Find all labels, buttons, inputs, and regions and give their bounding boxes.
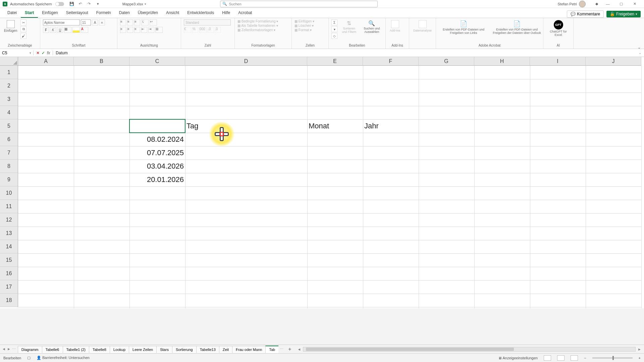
copy-icon[interactable]: ⧉	[20, 26, 26, 32]
find-select-button[interactable]: 🔍 Suchen und Auswählen	[361, 19, 383, 35]
row-header-13[interactable]: 13	[0, 227, 18, 240]
comma-icon[interactable]: 000	[199, 27, 207, 33]
ribbon-tab-entwicklertools[interactable]: Entwicklertools	[183, 8, 218, 18]
cell-E5[interactable]: Monat	[307, 119, 363, 133]
acrobat-share-link-button[interactable]: 📄 Erstellen von PDF-Dateien und Freigebe…	[439, 19, 488, 36]
zoom-in-icon[interactable]: +	[639, 356, 641, 360]
comments-button[interactable]: 💬 Kommentare	[567, 10, 604, 18]
file-name[interactable]: Mappe3.xlsx	[122, 2, 143, 6]
format-cells-button[interactable]: ▦ Format ▾	[294, 28, 312, 32]
format-as-table-button[interactable]: ▦ Als Tabelle formatieren ▾	[237, 24, 278, 27]
diamond-icon[interactable]: ◆	[594, 1, 600, 7]
chatgpt-button[interactable]: GPT ChatGPT for Excel	[546, 19, 571, 38]
row-header-14[interactable]: 14	[0, 240, 18, 253]
sheet-nav-next-icon[interactable]: ►	[7, 347, 11, 351]
sheet-tab-lookup[interactable]: Lookup	[110, 346, 129, 353]
number-format-combo[interactable]: Standard	[184, 19, 231, 25]
cell-F5[interactable]: Jahr	[363, 119, 419, 133]
zoom-slider[interactable]	[592, 357, 633, 359]
hscroll-right-icon[interactable]: ►	[638, 347, 641, 351]
ribbon-tab-acrobat[interactable]: Acrobat	[234, 8, 256, 18]
sheet-nav-prev-icon[interactable]: ◄	[2, 347, 6, 351]
row-header-16[interactable]: 16	[0, 267, 18, 280]
undo-icon[interactable]: ↶	[77, 1, 84, 7]
sort-filter-button[interactable]: ⇅ Sortieren und Filtern	[339, 19, 359, 35]
row-header-10[interactable]: 10	[0, 186, 18, 200]
acrobat-outlook-button[interactable]: 📄 Erstellen von PDF-Dateien und Freigebe…	[490, 19, 543, 36]
sheet-tab-tabelle1-(2)[interactable]: Tabelle1 (2)	[63, 346, 89, 353]
row-header-2[interactable]: 2	[0, 79, 18, 93]
underline-button[interactable]: U	[57, 27, 63, 33]
cancel-edit-icon[interactable]: ✕	[36, 51, 40, 55]
macro-record-icon[interactable]: ▢	[27, 356, 31, 360]
cell-C7[interactable]: 07.07.2025	[129, 146, 185, 160]
data-analysis-button[interactable]: Datenanalyse	[412, 19, 433, 33]
currency-icon[interactable]: €	[184, 27, 191, 33]
italic-button[interactable]: K	[50, 27, 56, 33]
qat-more-icon[interactable]: ▾	[95, 1, 101, 7]
ribbon-tab-seitenlayout[interactable]: Seitenlayout	[62, 8, 92, 18]
column-header-B[interactable]: B	[74, 57, 129, 66]
row-header-4[interactable]: 4	[0, 106, 18, 119]
sheet-tab-tab[interactable]: Tab	[265, 346, 278, 353]
cell-C9[interactable]: 20.01.2026	[129, 173, 185, 186]
column-header-I[interactable]: I	[530, 57, 586, 66]
delete-cells-button[interactable]: ▦ Löschen ▾	[294, 24, 314, 27]
search-box[interactable]: 🔍 Suchen	[220, 1, 378, 7]
cell-C6[interactable]: 08.02.2024	[129, 133, 185, 146]
sheet-tab-leere-zeilen[interactable]: Leere Zeilen	[129, 346, 157, 353]
wrap-text-icon[interactable]: ↩	[150, 19, 157, 25]
ribbon-tab-formeln[interactable]: Formeln	[92, 8, 115, 18]
bold-button[interactable]: F	[43, 27, 49, 33]
spreadsheet-grid[interactable]: ABCDEFGHIJ 123456789101112131415161718 D…	[0, 57, 644, 308]
row-header-3[interactable]: 3	[0, 93, 18, 106]
sheet-tab-zeit[interactable]: Zeit	[219, 346, 232, 353]
row-header-18[interactable]: 18	[0, 294, 18, 307]
decrease-decimal-icon[interactable]: .0	[215, 27, 221, 33]
column-header-H[interactable]: H	[474, 57, 530, 66]
conditional-formatting-button[interactable]: ▦ Bedingte Formatierung ▾	[237, 19, 278, 23]
row-header-1[interactable]: 1	[0, 66, 18, 79]
accessibility-status[interactable]: 👤 Barrierefreiheit: Untersuchen	[37, 356, 90, 360]
ribbon-tab-start[interactable]: Start	[21, 8, 38, 18]
autosum-icon[interactable]: Σ	[331, 19, 337, 25]
ribbon-tab-datei[interactable]: Datei	[3, 8, 21, 18]
cell-styles-button[interactable]: ▦ Zellenformatvorlagen ▾	[237, 28, 276, 32]
add-sheet-button[interactable]: +	[285, 346, 294, 352]
row-header-15[interactable]: 15	[0, 253, 18, 267]
cell-C5[interactable]: Datum	[129, 119, 185, 133]
increase-font-icon[interactable]: A	[92, 19, 98, 25]
ribbon-tab-einfügen[interactable]: Einfügen	[38, 8, 62, 18]
column-header-A[interactable]: A	[18, 57, 74, 66]
cell-D5[interactable]: Tag	[185, 119, 307, 133]
borders-icon[interactable]: ▦	[64, 27, 71, 33]
align-top-icon[interactable]: ≡	[120, 19, 126, 25]
decrease-font-icon[interactable]: A	[99, 19, 105, 25]
save-icon[interactable]: 💾	[69, 1, 75, 7]
fill-icon[interactable]: ▾	[331, 26, 337, 32]
name-box-dropdown-icon[interactable]: ▾	[30, 51, 31, 55]
row-header-6[interactable]: 6	[0, 133, 18, 146]
close-icon[interactable]: ✕	[628, 0, 641, 8]
name-box[interactable]: C5 ▾	[0, 51, 34, 55]
column-header-C[interactable]: C	[129, 57, 185, 66]
column-header-J[interactable]: J	[586, 57, 641, 66]
file-dropdown-icon[interactable]: ▾	[145, 2, 146, 6]
insert-cells-button[interactable]: ▦ Einfügen ▾	[294, 19, 314, 23]
sheet-tab-tabelle13[interactable]: Tabelle13	[196, 346, 219, 353]
formula-input[interactable]: Datum	[53, 51, 636, 55]
share-button[interactable]: 🔓 Freigeben ▾	[606, 11, 641, 17]
autosave-toggle[interactable]	[55, 2, 64, 6]
addins-button[interactable]: Add-Ins	[388, 19, 401, 33]
row-header-8[interactable]: 8	[0, 160, 18, 173]
align-right-icon[interactable]: ≡	[134, 27, 140, 33]
ribbon-tab-überprüfen[interactable]: Überprüfen	[134, 8, 162, 18]
row-header-11[interactable]: 11	[0, 200, 18, 213]
decrease-indent-icon[interactable]: ⇤	[141, 27, 147, 33]
align-middle-icon[interactable]: ≡	[127, 19, 133, 25]
fill-color-icon[interactable]	[72, 27, 80, 33]
align-left-icon[interactable]: ≡	[120, 27, 126, 33]
display-settings[interactable]: 🖥 Anzeigeeinstellungen	[498, 356, 538, 360]
horizontal-scrollbar[interactable]	[303, 347, 636, 352]
sheet-overflow-icon[interactable]: ⋯	[278, 347, 285, 351]
